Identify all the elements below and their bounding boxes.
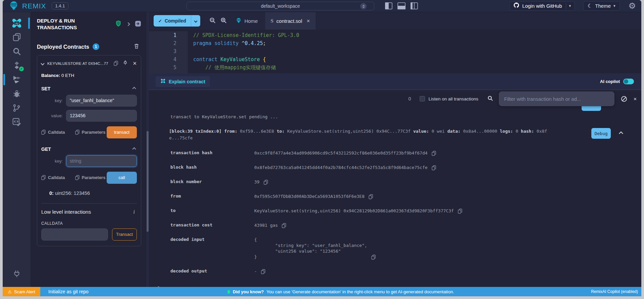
moon-icon: ☾ (588, 3, 592, 9)
sidebar-item-debugger[interactable] (3, 87, 31, 101)
set-calldata-button[interactable]: Calldata (41, 130, 65, 135)
get-calldata-button[interactable]: Calldata (41, 175, 65, 180)
tx-detail-value: { "string key": "user_fanhl_balance", "u… (254, 237, 367, 260)
git-init-button[interactable]: Initialize as git repo (48, 289, 89, 294)
icon-rail: AI ✓ (3, 12, 31, 287)
theme-button[interactable]: ☾ Theme ▾ (583, 1, 620, 11)
listen-count: 0 (409, 96, 411, 101)
get-key-label: key: (41, 159, 63, 164)
panel-expand-icon[interactable] (126, 23, 130, 26)
tab-close-icon[interactable]: ✕ (307, 18, 310, 24)
tx-detail-label: decoded output (170, 268, 254, 274)
copy-icon[interactable] (264, 180, 268, 185)
remix-logo-icon (9, 0, 19, 12)
copy-icon[interactable] (432, 151, 436, 156)
terminal-close-icon[interactable]: ✕ (634, 96, 637, 102)
transaction-filter-input[interactable] (499, 91, 614, 106)
sidebar-item-file-explorer[interactable] (3, 30, 31, 44)
scam-alert-button[interactable]: ⚠ Scam Alert (3, 287, 40, 296)
deployed-count-badge: 1 (93, 43, 99, 50)
top-bar-right: Login with GitHub ▾ ☾ Theme ▾ ⚙ (509, 1, 638, 11)
collapse-transaction-icon[interactable] (619, 131, 623, 136)
set-parameters-button[interactable]: Parameters (75, 130, 106, 135)
copy-icon[interactable] (261, 269, 265, 274)
low-level-heading: Low level interactions (41, 209, 91, 215)
code-line[interactable]: 4contract KeyValueStore { (149, 55, 641, 63)
set-key-label: key: (41, 98, 63, 103)
copy-icon[interactable] (282, 223, 286, 228)
set-collapse-icon[interactable] (132, 87, 136, 90)
sidebar-item-remix-ai[interactable]: AI (3, 16, 31, 30)
set-key-input[interactable] (66, 95, 137, 106)
terminal-prompt[interactable]: > (158, 284, 641, 287)
copy-address-icon[interactable] (114, 61, 118, 66)
clear-console-icon[interactable] (621, 96, 627, 102)
explain-contract-button[interactable]: Explain contract (156, 76, 210, 87)
svg-text:AI: AI (15, 22, 18, 25)
sidebar-item-plugin-manager[interactable] (3, 273, 31, 287)
login-github-button[interactable]: Login with GitHub ▾ (509, 1, 575, 11)
transact-button[interactable]: transact (107, 126, 137, 138)
copy-icon[interactable] (369, 194, 373, 199)
login-caret-icon[interactable]: ▾ (569, 4, 571, 8)
code-line[interactable]: 5 // 使用mapping实现键值存储 (149, 63, 641, 72)
sidebar-item-search[interactable] (3, 44, 31, 58)
code-line[interactable]: 3 (149, 47, 641, 55)
ai-copilot-toggle[interactable] (623, 79, 634, 84)
debug-button[interactable]: Debug (591, 128, 611, 139)
copy-icon (75, 130, 79, 135)
get-parameters-button[interactable]: Parameters (75, 175, 106, 180)
zoom-in-icon[interactable] (220, 17, 227, 25)
transaction-summary-row[interactable]: [block:39 txIndex:0] from: 0xf59...6e3E8… (169, 128, 641, 141)
sidebar-item-solidity-compiler[interactable]: ✓ (3, 58, 31, 73)
get-collapse-icon[interactable] (132, 147, 136, 151)
scam-alert-label: Scam Alert (14, 289, 35, 294)
login-github-label: Login with GitHub (522, 3, 562, 9)
app-frame: REMIX 1.4.1 default_workspace Login with… (0, 0, 644, 299)
sidebar-item-git[interactable] (3, 101, 31, 115)
code-line[interactable]: 1// SPDX-License-Identifier: GPL-3.0 (149, 31, 641, 39)
git-branch-icon (12, 103, 21, 113)
panel-scrollbar[interactable] (146, 12, 149, 287)
workspace-selector[interactable]: default_workspace (186, 2, 374, 10)
code-line[interactable]: 2pragma solidity ^0.4.25; (149, 39, 641, 47)
set-value-input[interactable] (66, 110, 137, 122)
undock-panel-icon[interactable] (135, 20, 141, 28)
compile-dropdown-icon[interactable] (191, 15, 200, 27)
sidebar-item-contract-verification[interactable] (3, 115, 31, 129)
set-function-header[interactable]: SET (41, 86, 137, 91)
transaction-details-table: transaction hash0xcc9f8f477a4e34ad09d690… (170, 150, 641, 274)
tab-contract-sol[interactable]: S contract.sol ✕ (265, 12, 316, 30)
remix-window: REMIX 1.4.1 default_workspace Login with… (3, 0, 641, 296)
get-function-header[interactable]: GET (41, 146, 137, 152)
search-icon (12, 47, 21, 56)
get-key-input[interactable] (66, 155, 137, 167)
toggle-terminal-icon[interactable] (397, 2, 406, 9)
sidebar-item-deploy-and-run[interactable] (3, 73, 31, 87)
version-badge: 1.4.1 (52, 2, 69, 9)
info-icon[interactable]: i (133, 209, 135, 215)
tx-detail-label: transaction hash (170, 150, 254, 156)
calldata-input[interactable] (41, 228, 108, 241)
terminal-search-icon[interactable] (487, 95, 493, 103)
call-button[interactable]: call (107, 172, 137, 184)
code-editor[interactable]: 1// SPDX-License-Identifier: GPL-3.02pra… (149, 30, 641, 73)
contract-collapse-icon[interactable] (41, 61, 44, 65)
pin-icon[interactable] (123, 60, 128, 67)
copy-icon[interactable] (371, 255, 376, 260)
workspace-dropdown-icon[interactable] (360, 3, 367, 9)
listen-checkbox[interactable] (420, 96, 425, 101)
clear-contracts-trash-icon[interactable] (134, 43, 139, 50)
tab-home[interactable]: Home (230, 12, 263, 30)
scrollbar-thumb[interactable] (147, 131, 149, 232)
toggle-split-view-icon[interactable] (411, 2, 418, 9)
remix-ai-small-icon (160, 78, 166, 85)
low-level-transact-button[interactable]: Transact (112, 228, 137, 241)
copy-icon[interactable] (458, 209, 462, 214)
toggle-left-panel-icon[interactable] (385, 2, 392, 9)
remove-contract-icon[interactable]: ✕ (132, 60, 137, 67)
copy-icon[interactable] (432, 165, 436, 170)
settings-gear-icon[interactable]: ⚙ (629, 2, 636, 10)
zoom-out-icon[interactable] (209, 17, 216, 25)
compiled-status-button[interactable]: ✓ Compiled (154, 15, 200, 27)
